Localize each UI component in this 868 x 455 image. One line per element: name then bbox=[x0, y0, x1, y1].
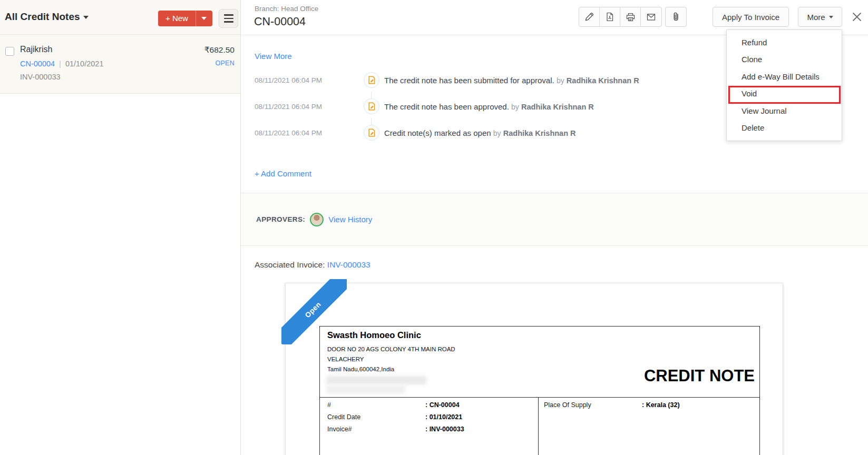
timeline-timestamp: 08/11/2021 06:04 PM bbox=[255, 129, 364, 137]
menu-item-refund[interactable]: Refund bbox=[727, 34, 842, 51]
view-history-link[interactable]: View History bbox=[328, 215, 372, 224]
associated-invoice-link[interactable]: INV-000033 bbox=[327, 260, 370, 269]
hamburger-icon bbox=[224, 14, 233, 15]
status-badge: OPEN bbox=[215, 60, 235, 67]
document-meta-table: #: CN-00004 Credit Date: 01/10/2021 Invo… bbox=[320, 397, 759, 455]
document-body: Swasth Homoeo Clinic DOOR NO 20 AGS COLO… bbox=[319, 326, 760, 455]
credit-note-list-item[interactable]: Rajikrish CN-00004|01/10/2021 INV-000033… bbox=[0, 35, 240, 94]
more-label: More bbox=[807, 13, 825, 22]
company-address-line: DOOR NO 20 AGS COLONY 4TH MAIN ROAD bbox=[327, 346, 455, 352]
credit-note-date: 01/10/2021 bbox=[65, 60, 104, 68]
menu-item-void[interactable]: Void bbox=[727, 85, 842, 102]
document-toolbar bbox=[579, 7, 662, 27]
credit-note-detail-page: All Credit Notes + New Rajikrish CN-0000… bbox=[0, 0, 868, 455]
email-button[interactable] bbox=[641, 7, 661, 26]
timeline-entry: 08/11/2021 06:04 PM The credit note has … bbox=[255, 93, 729, 120]
meta-separator: | bbox=[59, 60, 61, 68]
company-name: Swasth Homoeo Clinic bbox=[327, 330, 421, 340]
list-options-button[interactable] bbox=[219, 9, 238, 28]
apply-to-invoice-button[interactable]: Apply To Invoice bbox=[713, 7, 789, 27]
paperclip-icon bbox=[671, 12, 681, 22]
pdf-button[interactable] bbox=[600, 7, 620, 26]
history-timeline: 08/11/2021 06:04 PM The credit note has … bbox=[255, 67, 729, 146]
edit-button[interactable] bbox=[579, 7, 600, 26]
menu-item-view-journal[interactable]: View Journal bbox=[727, 103, 842, 120]
timeline-timestamp: 08/11/2021 06:04 PM bbox=[255, 76, 364, 84]
printer-icon bbox=[626, 12, 636, 22]
menu-item-add-eway-bill-details[interactable]: Add e-Way Bill Details bbox=[727, 68, 842, 85]
apply-to-invoice-label: Apply To Invoice bbox=[722, 13, 779, 22]
credit-note-preview: Open Swasth Homoeo Clinic DOOR NO 20 AGS… bbox=[285, 283, 783, 455]
customer-name: Rajikrish bbox=[20, 45, 52, 54]
company-address-line: VELACHERY bbox=[327, 356, 364, 362]
timeline-text: The credit note has been submitted for a… bbox=[384, 76, 639, 85]
document-edit-icon bbox=[364, 72, 379, 88]
close-button[interactable] bbox=[849, 9, 865, 25]
branch-label: Branch: Head Office bbox=[255, 5, 318, 13]
menu-item-delete[interactable]: Delete bbox=[727, 120, 842, 136]
chevron-down-icon bbox=[83, 16, 89, 19]
timeline-author: Radhika Krishnan R bbox=[503, 129, 576, 137]
view-more-link[interactable]: View More bbox=[255, 52, 292, 61]
chevron-down-icon bbox=[829, 16, 833, 18]
approvers-section: APPROVERS: View History bbox=[241, 193, 868, 246]
company-address-line: Tamil Nadu,600042,India bbox=[327, 366, 394, 372]
timeline-text: Credit note(s) marked as open by Radhika… bbox=[384, 128, 576, 137]
pdf-file-icon bbox=[605, 12, 615, 22]
more-button[interactable]: More bbox=[798, 7, 842, 27]
document-meta-left: #: CN-00004 Credit Date: 01/10/2021 Invo… bbox=[320, 398, 539, 455]
new-button-caret[interactable] bbox=[196, 11, 212, 26]
timeline-entry: 08/11/2021 06:04 PM The credit note has … bbox=[255, 67, 729, 93]
document-edit-icon bbox=[364, 125, 379, 141]
credit-notes-filter-dropdown[interactable]: All Credit Notes bbox=[5, 11, 89, 23]
approvers-row: APPROVERS: View History bbox=[256, 193, 372, 245]
credit-note-amount: ₹682.50 bbox=[204, 45, 235, 55]
document-title: CREDIT NOTE bbox=[644, 367, 755, 385]
add-comment-link[interactable]: + Add Comment bbox=[255, 169, 311, 178]
attachments-button[interactable] bbox=[665, 7, 687, 27]
print-button[interactable] bbox=[620, 7, 641, 26]
invoice-number: INV-000033 bbox=[20, 73, 61, 81]
document-meta-right: Place Of Supply: Kerala (32) bbox=[539, 398, 759, 455]
approver-avatar[interactable] bbox=[310, 213, 324, 226]
timeline-text: The credit note has been approved. by Ra… bbox=[384, 102, 594, 111]
timeline-entry: 08/11/2021 06:04 PM Credit note(s) marke… bbox=[255, 120, 729, 146]
sidebar-header: All Credit Notes + New bbox=[0, 0, 240, 35]
list-item-meta: CN-00004|01/10/2021 bbox=[20, 60, 103, 68]
close-icon bbox=[851, 11, 863, 23]
timeline-timestamp: 08/11/2021 06:04 PM bbox=[255, 103, 364, 111]
table-row: #: CN-00004 bbox=[327, 401, 538, 413]
associated-invoice-row: Associated Invoice: INV-000033 bbox=[255, 260, 370, 270]
table-row: Place Of Supply: Kerala (32) bbox=[544, 401, 759, 413]
table-row: Credit Date: 01/10/2021 bbox=[327, 413, 538, 426]
redacted-text bbox=[326, 376, 426, 384]
row-checkbox[interactable] bbox=[5, 47, 14, 56]
page-title: CN-00004 bbox=[254, 15, 306, 28]
menu-item-clone[interactable]: Clone bbox=[727, 51, 842, 68]
associated-invoice-label: Associated Invoice: bbox=[255, 260, 325, 269]
timeline-author: Radhika Krishnan R bbox=[567, 76, 639, 85]
table-row: Invoice#: INV-000033 bbox=[327, 426, 538, 438]
new-button-label: + New bbox=[158, 11, 196, 26]
sidebar-title: All Credit Notes bbox=[5, 11, 80, 22]
approvers-label: APPROVERS: bbox=[256, 215, 305, 223]
pencil-icon bbox=[584, 12, 594, 22]
new-credit-note-button[interactable]: + New bbox=[158, 11, 212, 26]
credit-note-number-link[interactable]: CN-00004 bbox=[20, 60, 55, 68]
timeline-author: Radhika Krishnan R bbox=[521, 103, 594, 111]
credit-notes-sidebar: All Credit Notes + New Rajikrish CN-0000… bbox=[0, 0, 241, 455]
more-menu: Refund Clone Add e-Way Bill Details Void… bbox=[726, 29, 842, 141]
chevron-down-icon bbox=[201, 17, 207, 20]
document-edit-icon bbox=[364, 98, 379, 114]
envelope-icon bbox=[646, 12, 656, 22]
redacted-text bbox=[326, 385, 405, 393]
